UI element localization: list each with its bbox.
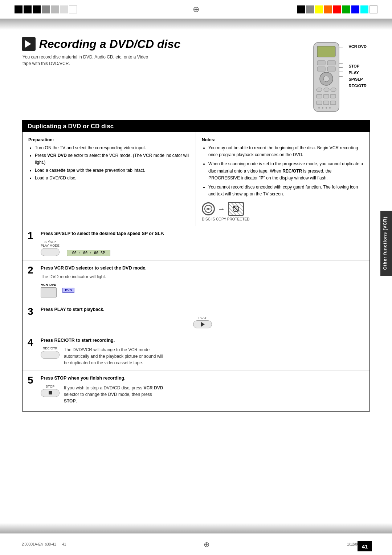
top-bar: ⊕ <box>0 0 392 19</box>
svg-rect-13 <box>330 94 336 98</box>
dvd-indicator: DVD <box>62 288 74 293</box>
footer-doc-id: 2i30301A-En_p38-41 <box>22 542 56 546</box>
page-title: Recording a DVD/CD disc <box>39 37 180 50</box>
csq-orange <box>324 5 332 13</box>
preparation-section: Preparation: Turn ON the TV and select t… <box>23 132 196 226</box>
vcr-label: VCR <box>41 283 48 287</box>
color-registration-squares <box>15 5 77 13</box>
title-row: Recording a DVD/CD disc <box>22 37 295 51</box>
step-2-visual: VCR DVD DVD <box>41 283 364 297</box>
svg-rect-12 <box>323 94 329 98</box>
svg-rect-8 <box>317 88 322 92</box>
selector-box <box>41 287 57 297</box>
step-5-number: 5 <box>28 375 36 385</box>
recotr-btn-label: REC/OTR <box>43 347 58 350</box>
svg-rect-5 <box>327 67 335 71</box>
svg-point-17 <box>318 107 320 109</box>
step-2-description: The DVD mode indicator will light. <box>41 274 364 280</box>
bottom-gray-band <box>0 523 392 533</box>
svg-rect-15 <box>323 101 329 105</box>
csq-red <box>333 5 341 13</box>
svg-point-7 <box>323 76 329 82</box>
prep-bullet-3: Load a cassette tape with the erase prev… <box>35 167 190 174</box>
svg-rect-2 <box>317 61 325 65</box>
spslp-group: SP/SLPPLAY MODE 00 : 00 : 00 SP <box>41 240 364 256</box>
prohibited-svg <box>232 205 240 212</box>
copy-protected-area: → DISC IS COPY PROTECTED <box>202 202 364 221</box>
step-5-description: If you wish to stop a DVD/CD disc, press… <box>64 385 166 404</box>
page-subtitle: You can record disc material in DVD, Aud… <box>23 54 295 67</box>
copy-protected-label: DISC IS COPY PROTECTED <box>202 217 250 221</box>
step-5-visual: STOP If you wish to stop a DVD/CD disc, … <box>41 385 364 404</box>
step-4-heading: Press REC/OTR to start recording. <box>41 337 364 344</box>
prep-bullet-2: Press VCR DVD selector to select the VCR… <box>35 152 190 166</box>
svg-rect-16 <box>330 101 336 105</box>
dvd-disc-icon <box>202 202 215 215</box>
stop-button <box>41 389 60 397</box>
prep-bullet-4: Load a DVD/CD disc. <box>35 175 190 182</box>
crosshair-bottom: ⊕ <box>204 540 210 548</box>
step-4-number: 4 <box>28 337 36 348</box>
remote-label-stop: STOP <box>348 64 367 68</box>
step-4-description: The DVD/VCR will change to the VCR mode … <box>64 347 166 366</box>
svg-point-19 <box>326 107 327 109</box>
step-4-content: Press REC/OTR to start recording. REC/OT… <box>41 337 364 366</box>
csq-white <box>369 5 377 13</box>
csq-green <box>342 5 350 13</box>
remote-label-vcrdvd: VCR DVD <box>348 44 367 49</box>
play-btn-wrap: PLAY <box>41 316 364 328</box>
arrow-icon: → <box>218 205 225 213</box>
gray-band-top <box>0 19 392 30</box>
step-2-number: 2 <box>28 265 36 275</box>
step-4-visual: REC/OTR The DVD/VCR will change to the V… <box>41 347 364 366</box>
step-5-heading: Press STOP when you finish recording. <box>41 375 364 382</box>
svg-point-18 <box>322 107 323 109</box>
copy-icons: → <box>202 202 244 216</box>
csq-yellow <box>315 5 323 13</box>
prep-label: Preparation: <box>28 137 190 142</box>
sq-6 <box>60 5 68 13</box>
footer-center: ⊕ <box>66 540 347 549</box>
footer-page-num: 41 <box>62 542 66 546</box>
svg-line-30 <box>233 206 238 211</box>
play-icon <box>22 37 36 51</box>
step-3-number: 3 <box>28 307 36 317</box>
label-vcrdvd: VCR DVD <box>348 44 367 49</box>
step-2-heading: Press VCR DVD selector to select the DVD… <box>41 265 364 272</box>
label-stop: STOP <box>348 64 359 68</box>
csq-black <box>297 5 305 13</box>
steps-section: 1 Press SP/SLP to select the desired tap… <box>23 226 369 411</box>
step-3-row: 3 Press PLAY to start playback. PLAY <box>23 302 369 333</box>
play-btn-label: PLAY <box>199 316 207 320</box>
csq-cyan <box>360 5 368 13</box>
remote-illustration: VCR DVD STOP PLAY SP/SLP REC/OTR <box>310 41 367 113</box>
subtitle-line2: tape with this DVD/VCR. <box>23 61 70 66</box>
step-1-row: 1 Press SP/SLP to select the desired tap… <box>23 226 369 261</box>
section-box-title: Duplicating a DVD or CD disc <box>23 121 369 132</box>
stop-btn-wrap: STOP <box>41 385 60 397</box>
main-content: Recording a DVD/CD disc You can record d… <box>0 30 392 425</box>
step-2-content: Press VCR DVD selector to select the DVD… <box>41 265 364 298</box>
step-1-visual: SP/SLPPLAY MODE 00 : 00 : 00 SP <box>41 240 364 256</box>
remote-label-spslp: SP/SLP <box>348 77 367 81</box>
remote-labels: VCR DVD STOP PLAY SP/SLP REC/OTR <box>348 44 367 90</box>
label-recotr: REC/OTR <box>348 84 367 88</box>
crosshair-top: ⊕ <box>193 5 199 14</box>
spslp-button <box>41 248 60 256</box>
remote-label-recotr: REC/OTR <box>348 84 367 88</box>
svg-rect-4 <box>317 67 325 71</box>
prep-bullets: Turn ON the TV and select the correspond… <box>35 145 190 182</box>
sq-7 <box>69 5 77 13</box>
svg-rect-1 <box>317 46 335 57</box>
stop-square-icon <box>49 391 52 394</box>
sq-1 <box>15 5 23 13</box>
recotr-btn-wrap: REC/OTR <box>41 347 60 359</box>
page-title-section: Recording a DVD/CD disc You can record d… <box>22 37 370 113</box>
step-3-content: Press PLAY to start playback. PLAY <box>41 307 364 328</box>
csq-blue <box>351 5 359 13</box>
svg-rect-11 <box>317 94 322 98</box>
remote-svg <box>310 41 343 113</box>
step-2-row: 2 Press VCR DVD selector to select the D… <box>23 261 369 303</box>
svg-point-20 <box>329 107 331 109</box>
subtitle-line1: You can record disc material in DVD, Aud… <box>23 54 148 60</box>
